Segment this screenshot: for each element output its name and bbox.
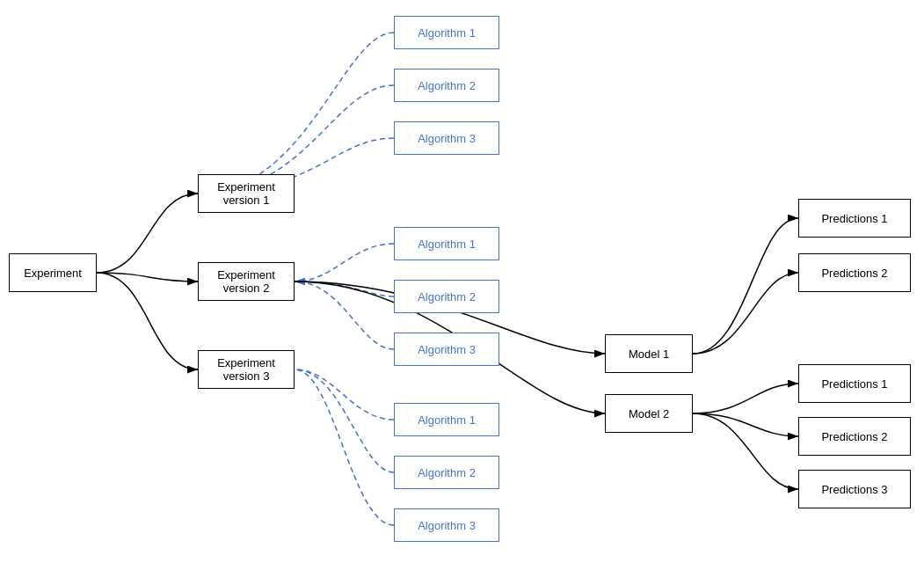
alg3-g1-node: Algorithm 3 bbox=[394, 121, 499, 155]
model2-node: Model 2 bbox=[605, 394, 693, 433]
exp-v3-node: Experimentversion 3 bbox=[198, 350, 295, 389]
pred2-m1-node: Predictions 2 bbox=[798, 253, 911, 292]
alg1-g1-node: Algorithm 1 bbox=[394, 16, 499, 49]
alg2-g2-node: Algorithm 2 bbox=[394, 280, 499, 313]
alg2-g1-node: Algorithm 2 bbox=[394, 69, 499, 102]
pred3-m2-node: Predictions 3 bbox=[798, 470, 911, 508]
alg1-g2-node: Algorithm 1 bbox=[394, 227, 499, 260]
alg1-g3-node: Algorithm 1 bbox=[394, 403, 499, 436]
model1-node: Model 1 bbox=[605, 334, 693, 373]
alg2-g3-node: Algorithm 2 bbox=[394, 456, 499, 489]
pred1-m1-node: Predictions 1 bbox=[798, 199, 911, 238]
exp-v2-node: Experimentversion 2 bbox=[198, 262, 295, 301]
experiment-node: Experiment bbox=[9, 253, 97, 292]
alg3-g3-node: Algorithm 3 bbox=[394, 508, 499, 542]
pred1-m2-node: Predictions 1 bbox=[798, 364, 911, 403]
alg3-g2-node: Algorithm 3 bbox=[394, 333, 499, 366]
exp-v1-node: Experimentversion 1 bbox=[198, 174, 295, 213]
pred2-m2-node: Predictions 2 bbox=[798, 417, 911, 456]
